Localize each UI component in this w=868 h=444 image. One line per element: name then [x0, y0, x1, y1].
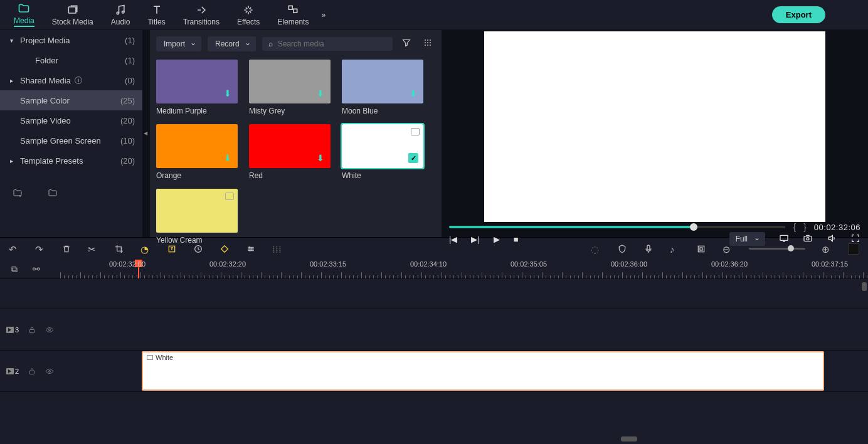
eye-icon[interactable]	[45, 367, 54, 376]
swatch-item[interactable]: ⬇Moon Blue	[342, 60, 423, 115]
swatch-item[interactable]: Yellow Cream	[156, 189, 238, 245]
tab-titles[interactable]: Titles	[139, 1, 174, 29]
music-note-icon	[114, 4, 127, 16]
svg-point-2	[122, 11, 124, 13]
sidebar-item[interactable]: ▸Template Presets(20)	[0, 151, 142, 171]
screen-icon[interactable]	[779, 233, 789, 245]
text-icon	[151, 4, 163, 16]
prev-frame-icon[interactable]: |◀	[449, 235, 457, 244]
audio-wave-icon[interactable]: ⁞⁞⁞	[272, 244, 282, 254]
quality-select[interactable]: Full	[729, 232, 765, 246]
swatch-item[interactable]: ⬇Medium Purple	[156, 60, 238, 115]
swatch-item[interactable]: ✓White	[342, 124, 423, 180]
play-icon[interactable]: ▶	[494, 235, 500, 244]
marker-icon[interactable]	[696, 244, 706, 254]
delete-icon[interactable]	[61, 244, 71, 254]
swatch-name: Medium Purple	[156, 107, 238, 115]
track-body[interactable]	[60, 309, 868, 350]
export-button[interactable]: Export	[772, 6, 825, 23]
horizontal-scrollbar[interactable]	[621, 436, 637, 441]
media-panel: Import Record ⌕ ⬇Medium Purple⬇Misty Gre…	[150, 30, 442, 237]
shapes-icon	[287, 4, 299, 16]
color-icon[interactable]: ◔	[140, 244, 151, 254]
speed-icon[interactable]	[193, 244, 203, 254]
tab-label: Titles	[147, 18, 165, 26]
track-video-3[interactable]: 3	[0, 309, 868, 350]
collapse-tracks-icon[interactable]: ⧉	[11, 264, 18, 275]
swatch-item[interactable]: ⬇Misty Grey	[249, 60, 331, 115]
svg-rect-19	[647, 245, 650, 250]
track-empty[interactable]	[0, 391, 868, 423]
transition-icon	[195, 4, 208, 16]
media-sidebar: ▾Project Media(1)Folder(1)▸Shared Media …	[0, 30, 142, 237]
track-body[interactable]: White	[60, 351, 868, 391]
lock-icon[interactable]	[28, 325, 36, 334]
svg-rect-15	[804, 236, 812, 241]
tab-elements[interactable]: Elements	[268, 1, 317, 29]
mic-icon[interactable]	[643, 244, 654, 254]
sliders-icon[interactable]	[246, 244, 256, 254]
filter-icon[interactable]	[399, 35, 414, 52]
link-icon[interactable]: ⚯	[33, 264, 40, 274]
sidebar-item[interactable]: Sample Green Screen(10)	[0, 130, 142, 151]
redo-icon[interactable]: ↷	[35, 244, 45, 254]
more-tabs-icon[interactable]: »	[321, 11, 326, 19]
sidebar-item[interactable]: Folder(1)	[0, 50, 142, 70]
undo-icon[interactable]: ↶	[9, 244, 19, 254]
media-toolbar: Import Record ⌕	[150, 30, 442, 57]
swatch-item[interactable]: ⬇Orange	[156, 124, 238, 180]
preview-controls: |◀ ▶| ▶ ■ Full	[442, 232, 868, 246]
tab-effects[interactable]: Effects	[228, 1, 268, 29]
import-dropdown[interactable]: Import	[156, 36, 201, 51]
new-folder-icon[interactable]	[13, 188, 23, 198]
timeline-view-icon[interactable]	[848, 243, 859, 255]
tab-stock-media[interactable]: Stock Media	[43, 1, 102, 29]
tab-media[interactable]: Media	[5, 0, 43, 29]
snapshot-icon[interactable]	[803, 233, 813, 245]
preview-panel: { } 00:02:32:06 |◀ ▶| ▶ ■ Full	[442, 30, 868, 237]
zoom-slider[interactable]	[749, 248, 805, 250]
tab-label: Transitions	[183, 18, 220, 26]
swatch-item[interactable]: ⬇Red	[249, 124, 331, 180]
svg-point-9	[427, 42, 428, 43]
timeline-clip-white[interactable]: White	[142, 351, 824, 391]
tab-audio[interactable]: Audio	[102, 1, 139, 29]
swatch-grid: ⬇Medium Purple⬇Misty Grey⬇Moon Blue⬇Oran…	[150, 57, 442, 251]
next-frame-icon[interactable]: ▶|	[471, 235, 479, 244]
svg-point-1	[117, 12, 119, 14]
sidebar-item[interactable]: Sample Color(25)	[0, 90, 142, 110]
sidebar-item[interactable]: ▾Project Media(1)	[0, 30, 142, 50]
record-dropdown[interactable]: Record	[208, 36, 256, 51]
mark-in-icon[interactable]: {	[793, 222, 796, 232]
tab-transitions[interactable]: Transitions	[174, 1, 228, 29]
scrub-bar[interactable]	[449, 226, 785, 228]
sidebar-item[interactable]: Sample Video(20)	[0, 110, 142, 130]
svg-point-25	[49, 370, 51, 372]
shield-icon[interactable]	[617, 244, 627, 254]
split-icon[interactable]: ✂	[88, 244, 98, 254]
stop-icon[interactable]: ■	[514, 235, 519, 244]
preview-canvas	[442, 30, 868, 222]
eye-icon[interactable]	[45, 325, 54, 334]
search-wrap: ⌕	[262, 37, 393, 51]
render-icon[interactable]: ◌	[591, 244, 601, 254]
search-input[interactable]	[278, 40, 386, 48]
tab-label: Audio	[111, 18, 130, 26]
sidebar-footer	[0, 183, 142, 203]
svg-rect-20	[698, 246, 704, 251]
text-tool-icon[interactable]	[167, 244, 177, 254]
zoom-in-icon[interactable]: ⊕	[822, 244, 832, 254]
panel-divider[interactable]	[142, 30, 150, 237]
music-icon[interactable]: ♪	[670, 244, 680, 254]
swatch-name: White	[342, 171, 423, 180]
mark-out-icon[interactable]: }	[803, 222, 807, 232]
folder-icon[interactable]	[48, 188, 58, 198]
sidebar-item[interactable]: ▸Shared Media i(0)	[0, 70, 142, 90]
lock-icon[interactable]	[28, 367, 36, 376]
keyframe-icon[interactable]	[220, 244, 230, 254]
preview-content[interactable]	[484, 31, 825, 222]
track-video-2[interactable]: 2 White	[0, 350, 868, 391]
time-ruler[interactable]: 00:02:32:0000:02:32:2000:02:33:1500:02:3…	[60, 260, 868, 278]
crop-icon[interactable]	[114, 244, 124, 254]
grid-view-icon[interactable]	[420, 35, 435, 52]
